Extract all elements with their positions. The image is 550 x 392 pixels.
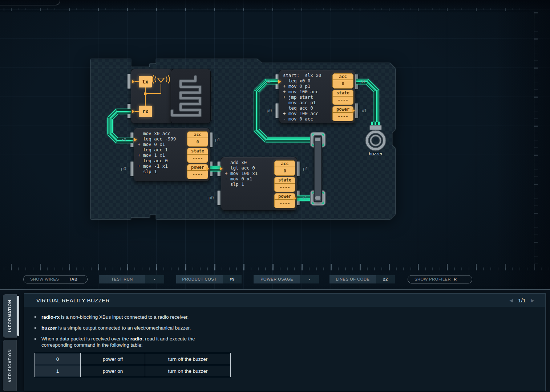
ruler-corner <box>523 11 534 18</box>
radio-component[interactable] <box>131 69 173 123</box>
ruler-top <box>0 8 530 11</box>
cmd-description: turn off the buzzer <box>145 353 231 365</box>
bullet-buzzer: buzzer is a simple output connected to a… <box>35 325 545 331</box>
show-wires-button[interactable]: SHOW WIRES TAB <box>23 275 88 283</box>
register-panel: acc0state----power---- <box>187 131 208 180</box>
page-indicator: 1/1 <box>518 297 526 303</box>
active-tab-indicator <box>17 296 19 336</box>
tab-information-label: INFORMATION <box>3 294 17 338</box>
product-cost-value: ¥9 <box>223 275 242 283</box>
product-cost-stat: PRODUCT COST ¥9 <box>176 275 242 283</box>
code-editor[interactable]: start: slx x0 teq x0 0+ mov 0 p1+ mov 10… <box>283 73 321 122</box>
power-register: power---- <box>332 106 353 121</box>
pin-label: p1 <box>360 79 366 84</box>
cmd-value: 0 <box>35 353 81 365</box>
tab-verification[interactable]: VERIFICATION <box>3 340 17 391</box>
puzzle-title: VIRTUAL REALITY BUZZER <box>36 294 110 307</box>
pager: ◀ 1/1 ▶ <box>509 294 534 307</box>
microcontroller-middle[interactable]: add x0 tgt acc 0+ mov 100 x1- mov 0 x1 s… <box>221 157 297 211</box>
test-run-stat: TEST RUN - <box>99 275 164 283</box>
test-run-value: - <box>145 275 164 283</box>
pin-label: p0 <box>209 195 214 200</box>
command-table: 0 power off turn off the buzzer 1 power … <box>35 353 231 377</box>
pin-label: x1 <box>362 108 367 113</box>
show-wires-key: TAB <box>67 275 87 283</box>
state-register: state---- <box>187 148 208 163</box>
power-usage-stat: POWER USAGE - <box>254 275 319 283</box>
pin-label: p1 <box>215 137 221 142</box>
show-profiler-button[interactable]: SHOW PROFILER R <box>408 275 472 283</box>
signal-arrow-icon <box>206 167 209 171</box>
information-card: VIRTUAL REALITY BUZZER ◀ 1/1 ▶ radio-rx … <box>24 293 546 391</box>
offscreen-button-edge <box>0 0 60 5</box>
pin-label: p0 <box>267 108 272 113</box>
state-register: state---- <box>274 177 295 192</box>
connector-pin[interactable] <box>217 191 221 205</box>
acc-register: acc0 <box>187 131 208 147</box>
power-usage-value: - <box>300 275 319 283</box>
bullet-radio-rx: radio-rx is a non-blocking XBus input co… <box>35 314 545 320</box>
power-register: power---- <box>274 193 295 208</box>
radio-rx-port: rx <box>139 106 152 117</box>
code-editor[interactable]: mov x0 acc teq acc -999+ mov 0 x1 teq ac… <box>138 131 176 174</box>
pin-label: p1 <box>303 166 308 171</box>
connector-pin[interactable] <box>275 103 279 118</box>
info-panel: INFORMATION VERIFICATION VIRTUAL REALITY… <box>0 289 550 392</box>
card-header: VIRTUAL REALITY BUZZER ◀ 1/1 ▶ <box>24 294 545 307</box>
bridge-strap[interactable] <box>314 136 322 202</box>
test-run-label: TEST RUN <box>99 275 145 283</box>
signal-arrow-icon <box>278 80 281 83</box>
radio-tx-port: tx <box>139 76 152 87</box>
lines-of-code-stat: LINES OF CODE 22 <box>329 275 395 283</box>
connector-pin[interactable] <box>130 132 134 147</box>
connector-pin[interactable] <box>127 74 131 89</box>
code-editor[interactable]: add x0 tgt acc 0+ mov 100 x1- mov 0 x1 s… <box>225 160 258 187</box>
tab-information[interactable]: INFORMATION <box>3 294 17 338</box>
ruler-right <box>534 11 538 269</box>
signal-arrow-icon <box>294 196 296 200</box>
power-usage-label: POWER USAGE <box>254 275 300 283</box>
pin-label: x1 <box>302 195 307 200</box>
radio-delay-line[interactable] <box>171 69 211 123</box>
show-profiler-label: SHOW PROFILER <box>408 275 452 283</box>
register-panel: acc0state----power---- <box>274 160 295 209</box>
lines-of-code-label: LINES OF CODE <box>329 275 376 283</box>
ruler-bottom-minor-ticks <box>0 268 550 270</box>
card-body: radio-rx is a non-blocking XBus input co… <box>24 307 545 377</box>
acc-register: acc0 <box>332 73 353 89</box>
shenzhen-io-window: tx rx mov x0 acc te <box>0 0 550 392</box>
microcontroller-left[interactable]: mov x0 acc teq acc -999+ mov 0 x1 teq ac… <box>134 128 210 181</box>
table-row: 0 power off turn off the buzzer <box>35 353 231 365</box>
prev-page-icon[interactable]: ◀ <box>509 298 513 303</box>
state-register: state---- <box>332 90 353 105</box>
cmd-description: turn on the buzzer <box>145 365 231 377</box>
show-wires-label: SHOW WIRES <box>24 275 67 283</box>
power-register: power---- <box>187 164 208 179</box>
bullet-icon <box>35 327 36 329</box>
bullet-instructions: When a data packet is received over the … <box>35 336 545 348</box>
cmd-value: 1 <box>35 365 81 377</box>
acc-register: acc0 <box>274 160 295 176</box>
cmd-name: power on <box>81 365 145 377</box>
connector-pin[interactable] <box>127 104 131 118</box>
next-page-icon[interactable]: ▶ <box>531 298 534 303</box>
circuit-canvas[interactable]: tx rx mov x0 acc te <box>0 0 550 289</box>
product-cost-label: PRODUCT COST <box>176 275 223 283</box>
microcontroller-top-right[interactable]: start: slx x0 teq x0 0+ mov 0 p1+ mov 10… <box>279 70 355 123</box>
pin-label: x0 <box>267 79 272 84</box>
connector-pin[interactable] <box>130 162 134 176</box>
bridge-tab-top <box>315 138 320 141</box>
table-row: 1 power on turn on the buzzer <box>35 365 231 377</box>
signal-arrow-icon <box>132 110 135 113</box>
signal-arrow-icon <box>220 167 223 171</box>
lines-of-code-value: 22 <box>376 275 395 283</box>
tab-verification-label: VERIFICATION <box>3 340 17 391</box>
show-profiler-key: R <box>452 275 472 283</box>
signal-arrow-icon <box>134 138 137 142</box>
register-panel: acc0state----power---- <box>332 73 353 122</box>
pin-label: p0 <box>121 166 126 171</box>
bullet-icon <box>35 316 36 318</box>
buzzer-label: buzzer <box>365 151 387 156</box>
signal-arrow-icon <box>132 80 135 83</box>
bridge-tab-bottom <box>315 196 320 200</box>
